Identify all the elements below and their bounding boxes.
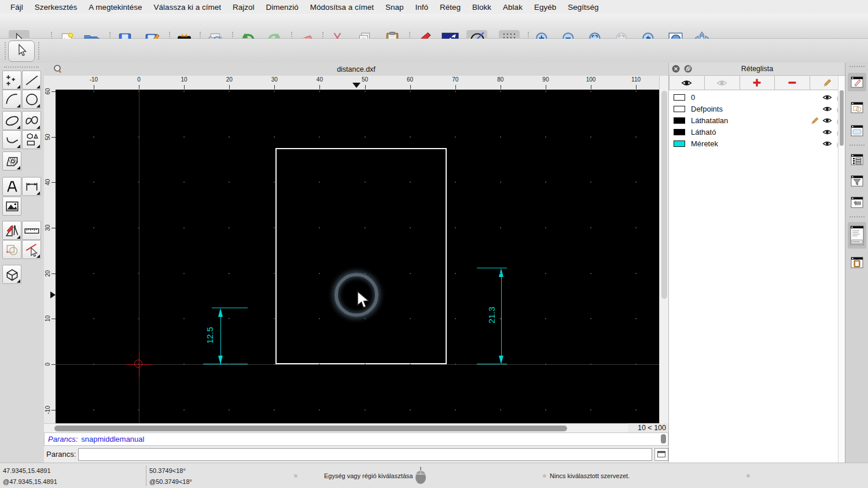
dock-layer-list-button[interactable] xyxy=(848,150,866,169)
v-ruler-label: 0 xyxy=(45,358,52,371)
librecad-app: FájlSzerkesztésA megtekintéseVálassza ki… xyxy=(0,0,868,488)
layer-row[interactable]: Láthatatlan xyxy=(669,114,845,126)
drawing-canvas[interactable]: 12.5 21.3 xyxy=(56,90,659,423)
command-prompt-label: Parancs: xyxy=(46,450,76,459)
dock-block-list-button[interactable] xyxy=(848,98,866,117)
close-panel-icon[interactable] xyxy=(672,65,680,75)
spline-tool[interactable] xyxy=(22,111,41,130)
ellipse-tool[interactable] xyxy=(2,111,21,130)
layer-name: Látható xyxy=(691,128,809,136)
dock-widgets-toolbar xyxy=(845,62,868,488)
menu-item-12[interactable]: Ablak xyxy=(497,3,528,12)
selection-tool-button[interactable] xyxy=(8,40,35,62)
layer-row[interactable]: Látható xyxy=(669,126,845,138)
menu-item-2[interactable]: Szerkesztés xyxy=(29,3,83,12)
dimension-tool[interactable] xyxy=(22,177,41,196)
dock-empty-widget-button[interactable] xyxy=(848,121,866,140)
menu-item-9[interactable]: Infó xyxy=(410,3,435,12)
command-input[interactable] xyxy=(78,448,652,461)
detach-panel-icon[interactable] xyxy=(684,65,692,75)
entity-rectangle[interactable] xyxy=(275,148,447,364)
menu-item-3[interactable]: A megtekintése xyxy=(83,3,148,12)
h-ruler-label: 60 xyxy=(402,76,419,83)
layer-name: Defpoints xyxy=(691,105,809,113)
vertical-ruler: 6050403020100-10 xyxy=(44,76,56,423)
menu-item-14[interactable]: Segítség xyxy=(562,3,604,12)
layer-visibility-icon[interactable] xyxy=(821,105,833,113)
v-ruler-label: 40 xyxy=(45,176,52,188)
h-ruler-label: 50 xyxy=(356,76,374,83)
circle-tool[interactable] xyxy=(22,90,41,109)
tool-palette xyxy=(0,62,44,463)
remove-layer-button[interactable] xyxy=(775,75,810,90)
relative-polar: @50.3749<18° xyxy=(149,478,192,485)
layer-panel-scrollbar[interactable] xyxy=(838,76,845,463)
add-layer-button[interactable] xyxy=(740,75,775,90)
command-history-label: Parancs: xyxy=(48,435,78,443)
dock-filter-button[interactable] xyxy=(848,172,866,190)
layer-name: Méretek xyxy=(691,139,809,148)
command-history[interactable]: Parancs: snapmiddlemanual xyxy=(44,432,668,446)
canvas-vertical-scrollbar[interactable] xyxy=(659,76,668,423)
layer-row[interactable]: Defpoints xyxy=(669,103,845,114)
menu-item-6[interactable]: Dimenzió xyxy=(260,3,304,12)
dock-library-browser-button[interactable] xyxy=(848,73,866,91)
layer-visibility-icon[interactable] xyxy=(821,140,833,147)
tool-options-bar xyxy=(0,39,868,62)
h-ruler-label: 40 xyxy=(311,76,328,83)
h-ruler-label: 100 xyxy=(582,76,599,83)
measure-tool[interactable] xyxy=(22,221,41,240)
command-history-scrollbar[interactable] xyxy=(661,434,666,443)
polygon-tool[interactable] xyxy=(22,130,41,149)
layer-visibility-icon[interactable] xyxy=(821,128,833,136)
layer-visibility-icon[interactable] xyxy=(821,117,833,124)
layer-visibility-icon[interactable] xyxy=(821,94,833,101)
h-ruler-label: 10 xyxy=(175,76,193,83)
menu-item-8[interactable]: Snap xyxy=(380,3,410,12)
menu-item-4[interactable]: Válassza ki a címet xyxy=(148,3,227,12)
menu-item-10[interactable]: Réteg xyxy=(434,3,466,12)
v-ruler-label: 10 xyxy=(45,312,52,325)
menu-item-11[interactable]: Blokk xyxy=(466,3,497,12)
h-ruler-label: 20 xyxy=(220,76,238,83)
selection-info: Nincs kiválasztott szervezet. xyxy=(550,472,630,479)
dock-clipboard-button[interactable] xyxy=(848,253,866,272)
layer-panel-toolbar xyxy=(669,75,845,90)
image-tool[interactable] xyxy=(2,197,21,216)
command-options-button[interactable] xyxy=(654,448,668,461)
solid-3d-tool[interactable] xyxy=(2,265,21,284)
pointer-icon xyxy=(14,43,28,60)
drawing-window-titlebar[interactable]: distance.dxf xyxy=(44,62,668,76)
text-tool[interactable] xyxy=(2,177,21,196)
dock-command-line-button[interactable] xyxy=(848,222,866,249)
dock-entity-info-button[interactable] xyxy=(848,193,866,212)
layer-panel-titlebar[interactable]: Réteglista xyxy=(669,62,845,76)
status-bar: 47.9345,15.4891 @47.9345,15.4891 50.3749… xyxy=(0,463,868,488)
menu-item-5[interactable]: Rajzol xyxy=(227,3,260,12)
hide-all-layers-button[interactable] xyxy=(705,75,740,90)
line-tool[interactable] xyxy=(22,71,41,90)
arc-tool[interactable] xyxy=(2,90,21,109)
document-title: distance.dxf xyxy=(337,65,376,73)
create-tools[interactable] xyxy=(2,221,21,240)
menu-item-7[interactable]: Módosítsa a címet xyxy=(304,3,380,12)
canvas-horizontal-scrollbar[interactable] xyxy=(44,423,628,432)
mouse-icon xyxy=(414,465,427,486)
deselect-tool[interactable] xyxy=(22,240,41,259)
main-toolbar: SVG xyxy=(0,14,868,39)
polyline-tool[interactable] xyxy=(2,130,21,149)
menu-item-1[interactable]: Fájl xyxy=(5,3,29,12)
layer-row[interactable]: 0 xyxy=(669,91,845,103)
menu-item-13[interactable]: Egyéb xyxy=(528,3,562,12)
h-ruler-label: 30 xyxy=(266,76,283,83)
layer-list-panel: Réteglista 0 xyxy=(668,62,845,463)
hatch-tool[interactable] xyxy=(2,151,21,171)
layer-color-swatch xyxy=(674,106,685,112)
keyboard-icon xyxy=(657,451,665,457)
modify-tool[interactable] xyxy=(2,240,21,259)
mouse-cursor xyxy=(355,290,369,312)
menu-bar: FájlSzerkesztésA megtekintéseVálassza ki… xyxy=(0,0,868,14)
show-all-layers-button[interactable] xyxy=(669,75,705,90)
layer-row[interactable]: Méretek xyxy=(669,138,845,149)
points-tool[interactable] xyxy=(2,71,21,90)
